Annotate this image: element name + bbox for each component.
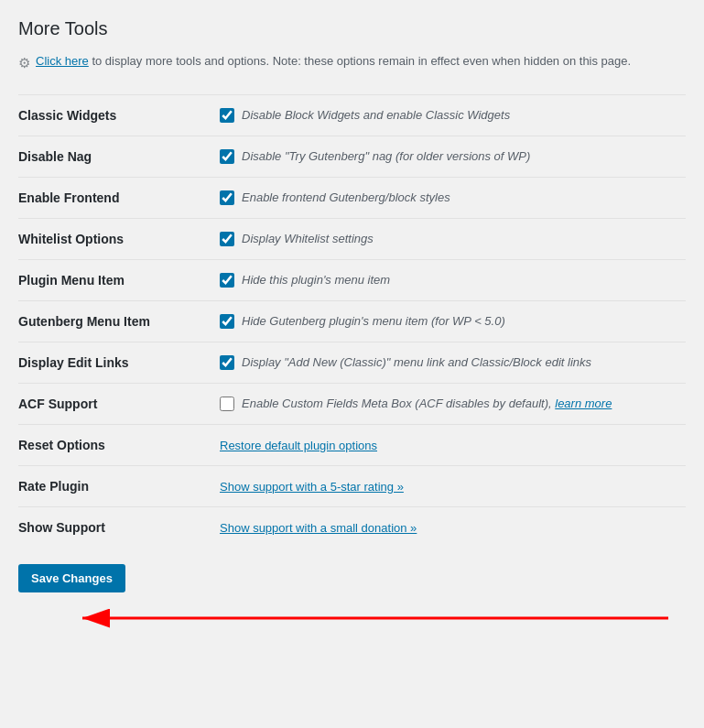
table-row: Reset OptionsRestore default plugin opti… <box>18 424 686 465</box>
checkbox-row-disable-nag[interactable]: Disable "Try Gutenberg" nag (for older v… <box>220 149 677 164</box>
label-reset-options: Reset Options <box>18 424 220 465</box>
value-whitelist-options[interactable]: Display Whitelist settings <box>220 218 686 259</box>
table-row: Show SupportShow support with a small do… <box>18 506 686 548</box>
checkbox-label-display-edit-links: Display "Add New (Classic)" menu link an… <box>242 355 591 369</box>
value-rate-plugin: Show support with a 5-star rating » <box>220 465 686 506</box>
table-row: Plugin Menu ItemHide this plugin's menu … <box>18 259 686 300</box>
checkbox-label-whitelist-options: Display Whitelist settings <box>242 232 374 245</box>
arrow-container <box>18 602 686 638</box>
table-row: Whitelist OptionsDisplay Whitelist setti… <box>18 218 686 259</box>
value-acf-support[interactable]: Enable Custom Fields Meta Box (ACF disab… <box>220 383 686 424</box>
page-title: More Tools <box>18 18 686 39</box>
checkbox-plugin-menu-item[interactable] <box>220 273 234 288</box>
value-plugin-menu-item[interactable]: Hide this plugin's menu item <box>220 259 686 300</box>
checkbox-gutenberg-menu-item[interactable] <box>220 314 234 329</box>
bottom-section: Save Changes <box>18 555 686 638</box>
arrow-icon <box>73 602 696 635</box>
checkbox-label-disable-nag: Disable "Try Gutenberg" nag (for older v… <box>242 149 530 163</box>
label-rate-plugin: Rate Plugin <box>18 465 220 506</box>
checkbox-row-classic-widgets[interactable]: Disable Block Widgets and enable Classic… <box>220 108 677 123</box>
value-classic-widgets[interactable]: Disable Block Widgets and enable Classic… <box>220 94 686 136</box>
checkbox-label-classic-widgets: Disable Block Widgets and enable Classic… <box>242 108 510 122</box>
table-row: Rate PluginShow support with a 5-star ra… <box>18 465 686 506</box>
table-row: ACF SupportEnable Custom Fields Meta Box… <box>18 383 686 424</box>
save-changes-button[interactable]: Save Changes <box>18 564 125 592</box>
checkbox-classic-widgets[interactable] <box>220 108 234 123</box>
table-row: Enable FrontendEnable frontend Gutenberg… <box>18 177 686 218</box>
checkbox-row-plugin-menu-item[interactable]: Hide this plugin's menu item <box>220 273 677 288</box>
label-plugin-menu-item: Plugin Menu Item <box>18 259 220 300</box>
link-show-support[interactable]: Show support with a small donation » <box>220 521 417 535</box>
table-row: Display Edit LinksDisplay "Add New (Clas… <box>18 342 686 383</box>
label-show-support: Show Support <box>18 506 220 548</box>
label-display-edit-links: Display Edit Links <box>18 342 220 383</box>
link-rate-plugin[interactable]: Show support with a 5-star rating » <box>220 480 404 494</box>
checkbox-row-display-edit-links[interactable]: Display "Add New (Classic)" menu link an… <box>220 355 677 370</box>
table-row: Classic WidgetsDisable Block Widgets and… <box>18 94 686 136</box>
checkbox-label-gutenberg-menu-item: Hide Gutenberg plugin's menu item (for W… <box>242 314 505 328</box>
checkbox-enable-frontend[interactable] <box>220 190 234 205</box>
checkbox-display-edit-links[interactable] <box>220 355 234 370</box>
checkbox-disable-nag[interactable] <box>220 149 234 164</box>
value-disable-nag[interactable]: Disable "Try Gutenberg" nag (for older v… <box>220 136 686 177</box>
gear-icon: ⚙ <box>18 53 30 74</box>
label-whitelist-options: Whitelist Options <box>18 218 220 259</box>
click-here-link[interactable]: Click here <box>36 54 89 68</box>
label-classic-widgets: Classic Widgets <box>18 94 220 136</box>
value-reset-options: Restore default plugin options <box>220 424 686 465</box>
checkbox-label-plugin-menu-item: Hide this plugin's menu item <box>242 273 390 287</box>
label-gutenberg-menu-item: Gutenberg Menu Item <box>18 300 220 342</box>
checkbox-row-acf-support[interactable]: Enable Custom Fields Meta Box (ACF disab… <box>220 397 677 411</box>
settings-table: Classic WidgetsDisable Block Widgets and… <box>18 94 686 548</box>
checkbox-acf-support[interactable] <box>220 397 234 411</box>
value-enable-frontend[interactable]: Enable frontend Gutenberg/block styles <box>220 177 686 218</box>
checkbox-row-whitelist-options[interactable]: Display Whitelist settings <box>220 232 677 246</box>
value-gutenberg-menu-item[interactable]: Hide Gutenberg plugin's menu item (for W… <box>220 300 686 342</box>
checkbox-whitelist-options[interactable] <box>220 232 234 246</box>
value-show-support: Show support with a small donation » <box>220 506 686 548</box>
learn-more-link[interactable]: learn more <box>555 397 612 410</box>
label-acf-support: ACF Support <box>18 383 220 424</box>
checkbox-label-enable-frontend: Enable frontend Gutenberg/block styles <box>242 190 450 204</box>
checkbox-row-gutenberg-menu-item[interactable]: Hide Gutenberg plugin's menu item (for W… <box>220 314 677 329</box>
link-reset-options[interactable]: Restore default plugin options <box>220 439 377 452</box>
value-display-edit-links[interactable]: Display "Add New (Classic)" menu link an… <box>220 342 686 383</box>
notice-row: ⚙ Click here to display more tools and o… <box>18 52 686 74</box>
checkbox-label-acf-support: Enable Custom Fields Meta Box (ACF disab… <box>242 397 612 410</box>
label-disable-nag: Disable Nag <box>18 136 220 177</box>
notice-text: Click here to display more tools and opt… <box>36 52 631 71</box>
table-row: Disable NagDisable "Try Gutenberg" nag (… <box>18 136 686 177</box>
checkbox-row-enable-frontend[interactable]: Enable frontend Gutenberg/block styles <box>220 190 677 205</box>
table-row: Gutenberg Menu ItemHide Gutenberg plugin… <box>18 300 686 342</box>
label-enable-frontend: Enable Frontend <box>18 177 220 218</box>
